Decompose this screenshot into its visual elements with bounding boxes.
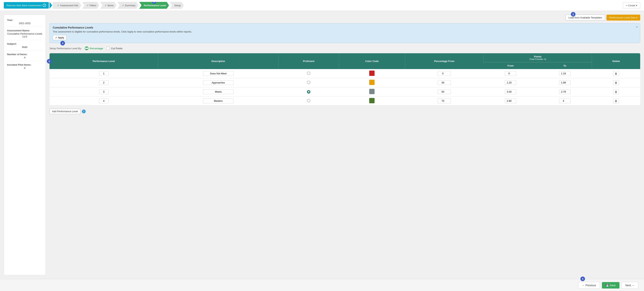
col-proficient: Proficient: [278, 53, 339, 69]
percentage-option[interactable]: Percentage: [85, 46, 103, 50]
level-input[interactable]: [99, 71, 108, 76]
info-icon[interactable]: i: [82, 110, 86, 113]
subject-value: Math: [7, 46, 42, 48]
description-input[interactable]: [203, 89, 234, 94]
step-setup[interactable]: Setup: [170, 2, 184, 9]
level-input[interactable]: [99, 80, 108, 85]
proficient-radio[interactable]: [307, 99, 310, 102]
setup-row: Setup Performance Level By: Percentage C…: [50, 46, 640, 50]
cut-points-radio[interactable]: [106, 46, 110, 50]
year-label: Year:: [7, 19, 42, 21]
col-points-from: From: [484, 62, 538, 69]
wizard-steps: ✓ Assessment Info ✓ Filters ✓ Items ✓ Su…: [52, 2, 184, 9]
rescore-button[interactable]: Rescore Item Bank Assessment ?: [4, 2, 49, 8]
arrow-separator: [50, 2, 52, 9]
pts-to-input[interactable]: [559, 71, 570, 76]
badge-5: 5: [580, 277, 585, 281]
pts-from-input[interactable]: [505, 71, 516, 76]
cut-points-label: Cut Points: [111, 47, 122, 50]
banner-title: Cumulative Performance Levels: [53, 26, 637, 29]
assessment-label: Assessment Name:: [7, 29, 42, 32]
table-row: 🗑: [50, 96, 640, 106]
description-input[interactable]: [203, 98, 234, 103]
col-description: Description: [158, 53, 278, 69]
col-delete: Delete: [592, 53, 640, 69]
pts-from-input[interactable]: [505, 80, 516, 85]
help-icon[interactable]: ?: [43, 3, 46, 7]
col-perf-level: Performance Level: [50, 53, 158, 69]
description-input[interactable]: [203, 80, 234, 85]
badge-3: 3: [47, 59, 52, 63]
check-icon: ✓: [105, 4, 107, 7]
performance-table: Performance Level Description Proficient…: [50, 53, 640, 106]
setup-label: Setup Performance Level By:: [50, 47, 82, 50]
assessment-value: Cumulative Performance Levels 11/3: [7, 32, 42, 38]
pts-to-input[interactable]: [559, 89, 570, 94]
table-row: 🗑: [50, 78, 640, 87]
step-performance-level[interactable]: 1 Performance Level: [139, 2, 169, 9]
pct-from-input[interactable]: [438, 80, 451, 85]
previous-button[interactable]: ← Previous: [578, 282, 600, 289]
badge-4: 4: [60, 41, 65, 45]
top-bar-right: + Create ▾: [623, 2, 640, 8]
next-button[interactable]: Next →: [621, 282, 638, 289]
badge-1: 1: [152, 0, 156, 4]
proficient-radio[interactable]: [307, 71, 310, 75]
pts-to-input[interactable]: [559, 98, 570, 103]
level-input[interactable]: [99, 89, 108, 94]
perf-level-sets-button[interactable]: Performance Level Sets ▾: [606, 15, 640, 20]
step-summary[interactable]: ✓ Summary: [118, 2, 139, 9]
subject-label: Subject:: [7, 42, 42, 45]
color-swatch[interactable]: [369, 98, 374, 103]
check-icon: ✓: [122, 4, 124, 7]
top-bar: Rescore Item Bank Assessment ? ✓ Assessm…: [0, 0, 644, 11]
col-points-to: To: [538, 62, 592, 69]
year-value: 2021-2022: [7, 22, 42, 25]
close-banner-button[interactable]: ×: [636, 25, 638, 29]
col-points-group: Points (Total Possible: 4): [484, 53, 592, 62]
color-swatch[interactable]: [369, 89, 374, 94]
delete-row-button[interactable]: 🗑: [613, 89, 619, 94]
step-filters[interactable]: ✓ Filters: [82, 2, 99, 9]
percentage-radio[interactable]: [85, 46, 88, 50]
description-input[interactable]: [203, 71, 234, 76]
cut-points-option[interactable]: Cut Points: [106, 46, 122, 50]
add-performance-level-button[interactable]: Add Performance Level: [50, 109, 80, 114]
sidebar: Year: 2021-2022 Assessment Name: Cumulat…: [4, 15, 46, 275]
level-input[interactable]: [99, 98, 108, 103]
pilot-label: Included Pilot Items:: [7, 63, 42, 66]
delete-row-button[interactable]: 🗑: [613, 71, 619, 76]
items-label: Number of Items:: [7, 53, 42, 56]
content-area: 2 Load from Available Templates Performa…: [50, 15, 640, 275]
cumulative-banner: Cumulative Performance Levels This asses…: [50, 23, 640, 43]
badge-2: 2: [571, 12, 576, 16]
pts-to-input[interactable]: [559, 80, 570, 85]
percentage-label: Percentage: [90, 47, 103, 50]
proficient-radio[interactable]: [307, 90, 310, 94]
apply-button[interactable]: ✓ Apply: [53, 35, 66, 40]
proficient-radio[interactable]: [307, 81, 310, 84]
rescore-label: Rescore Item Bank Assessment: [6, 4, 42, 7]
pct-from-input[interactable]: [438, 89, 451, 94]
pts-from-input[interactable]: [505, 89, 516, 94]
add-level-row: Add Performance Level i: [50, 109, 640, 114]
delete-row-button[interactable]: 🗑: [613, 98, 619, 103]
step-items[interactable]: ✓ Items: [100, 2, 117, 9]
pilot-value: 0: [7, 67, 42, 69]
main-layout: Year: 2021-2022 Assessment Name: Cumulat…: [0, 11, 644, 279]
footer: 5 ← Previous 💾 Save Next →: [0, 279, 644, 291]
table-row: 🗑: [50, 87, 640, 96]
pts-from-input[interactable]: [505, 98, 516, 103]
step-assessment-info[interactable]: ✓ Assessment Info: [52, 2, 81, 9]
table-wrapper: 3 Performance Level Description Proficie…: [50, 53, 640, 106]
delete-row-button[interactable]: 🗑: [613, 80, 619, 85]
save-button[interactable]: 💾 Save: [602, 282, 620, 289]
color-swatch[interactable]: [369, 80, 374, 85]
create-button[interactable]: + Create ▾: [623, 2, 640, 8]
pct-from-input[interactable]: [438, 71, 451, 76]
pct-from-input[interactable]: [438, 98, 451, 103]
col-pct-from: Percentage From: [405, 53, 483, 69]
check-icon: ✓: [87, 4, 89, 7]
check-icon: ✓: [57, 4, 59, 7]
color-swatch[interactable]: [369, 70, 374, 76]
